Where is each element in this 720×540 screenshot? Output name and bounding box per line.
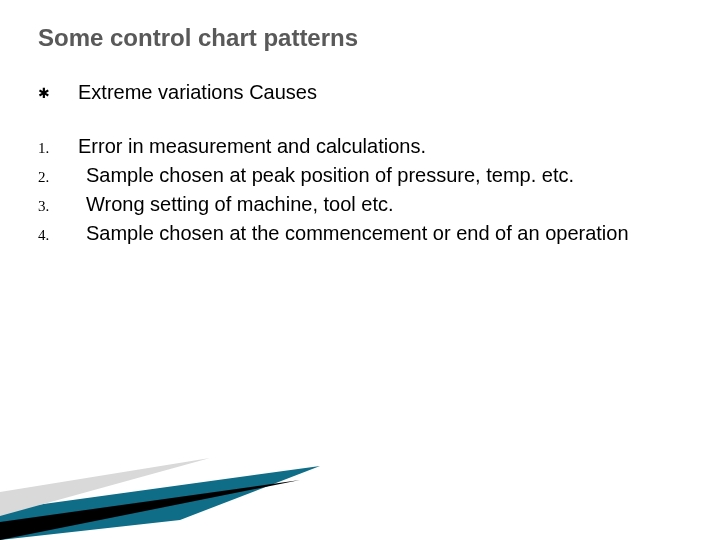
list-text: Wrong setting of machine, tool etc. — [78, 191, 682, 218]
list-number: 3. — [38, 191, 78, 218]
slide: Some control chart patterns ✱ Extreme va… — [0, 0, 720, 540]
svg-marker-2 — [0, 458, 210, 516]
list-text: Error in measurement and calculations. — [78, 133, 682, 160]
heading-row: ✱ Extreme variations Causes — [38, 80, 682, 105]
svg-marker-1 — [0, 480, 300, 540]
list-text: Sample chosen at the commencement or end… — [78, 220, 682, 247]
content-area: ✱ Extreme variations Causes 1. Error in … — [38, 80, 682, 247]
heading-text: Extreme variations Causes — [78, 80, 317, 105]
list-item: 1. Error in measurement and calculations… — [38, 133, 682, 160]
list-item: 3. Wrong setting of machine, tool etc. — [38, 191, 682, 218]
slide-title: Some control chart patterns — [38, 24, 682, 52]
asterisk-icon: ✱ — [38, 80, 78, 104]
list-item: 4. Sample chosen at the commencement or … — [38, 220, 682, 247]
corner-decoration-icon — [0, 450, 360, 540]
numbered-list: 1. Error in measurement and calculations… — [38, 133, 682, 247]
list-number: 2. — [38, 162, 78, 189]
list-text: Sample chosen at peak position of pressu… — [78, 162, 682, 189]
list-item: 2. Sample chosen at peak position of pre… — [38, 162, 682, 189]
svg-marker-0 — [0, 466, 320, 540]
list-number: 4. — [38, 220, 78, 247]
list-number: 1. — [38, 133, 78, 160]
